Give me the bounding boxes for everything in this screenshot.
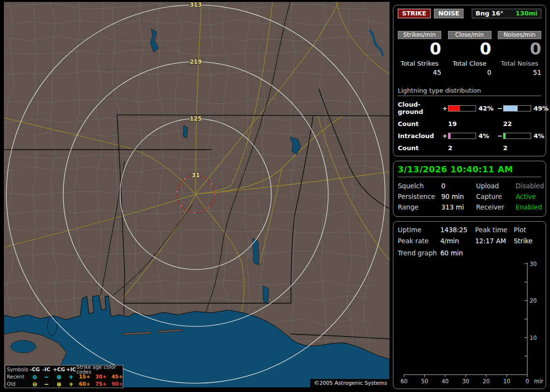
recent-pos-cg-symbol: ⊕: [52, 374, 66, 380]
map-legend: Symbols-CG-IC+CG+ICStrike age color code…: [5, 365, 123, 388]
old-pos-ic-symbol: +: [66, 381, 76, 387]
plot-value: Strike: [514, 237, 541, 245]
old-neg-cg-symbol: ⊖: [29, 381, 41, 387]
legend-symbols-header: Symbols: [7, 367, 29, 372]
strikes-per-min-chip: Strikes/min: [398, 31, 441, 39]
close-rate: 0: [448, 40, 492, 58]
lightning-type-distribution: Lightning type distribution Cloud-ground…: [398, 87, 541, 152]
noises-counter: Noises/min 0 Total Noises 51: [498, 31, 541, 76]
upload-value: Disabled: [516, 182, 544, 190]
y-tick-label: 30: [530, 261, 537, 267]
old-neg-ic-symbol: −: [41, 381, 52, 387]
peak-time-label: Peak time: [475, 226, 514, 234]
trend-graph-label: Trend graph: [398, 249, 440, 257]
cg-negative-count: 22: [503, 120, 531, 127]
recent-pos-ic-symbol: +: [66, 374, 76, 380]
capture-label: Capture: [476, 193, 516, 200]
stats-grid: Uptime 1438:25 Peak time Plot Peak rate …: [398, 226, 541, 245]
peak-time-value: 12:17 AM: [475, 237, 514, 245]
x-axis-unit: min: [534, 378, 543, 385]
range-label: Range: [398, 203, 441, 211]
squelch-value: 0: [441, 182, 476, 190]
x-tick-label: 10: [503, 378, 510, 385]
capture-value: Active: [516, 193, 544, 200]
recent-neg-ic-symbol: −: [41, 374, 52, 380]
strike-counters-panel: STRIKE NOISE Bng 16° 130mi Strikes/min 0…: [393, 5, 546, 156]
age-code-75plus: 75+: [93, 381, 109, 387]
age-code-15plus: 15+: [76, 374, 93, 379]
receiver-status-panel: 3/13/2026 10:40:11 AM Squelch 0 Upload D…: [393, 161, 546, 217]
total-strikes-label: Total Strikes: [398, 60, 441, 67]
legend-row-label: Recent: [7, 374, 29, 379]
ic-negative-count: 2: [503, 144, 531, 152]
old-pos-cg-symbol: ⊕: [52, 381, 66, 387]
ring-label-125: 125: [189, 115, 202, 122]
ic-positive-count: 2: [448, 144, 476, 152]
noise-mode-button[interactable]: NOISE: [434, 9, 463, 18]
trend-graph: 3020106050403020100min: [397, 260, 543, 387]
count-label: Count: [398, 144, 442, 152]
age-code-90plus: 90+: [109, 381, 125, 387]
ring-label-31: 31: [192, 172, 200, 179]
rate-counters: Strikes/min 0 Total Strikes 45 Close/min…: [398, 31, 541, 76]
x-tick-label: 50: [421, 378, 428, 385]
strike-mode-button[interactable]: STRIKE: [398, 9, 431, 18]
bearing-value: Bng 16°: [476, 10, 504, 17]
cg-negative-bar: [503, 105, 531, 112]
lightning-map[interactable]: 31321912531 Symbols-CG-IC+CG+ICStrike ag…: [4, 2, 390, 388]
minus-sign: −: [497, 132, 503, 140]
close-per-min-chip: Close/min: [448, 31, 492, 39]
range-value: 130mi: [516, 10, 537, 17]
status-grid: Squelch 0 Upload Disabled Persistence 90…: [398, 182, 541, 211]
plus-sign: +: [442, 105, 448, 112]
mode-toolbar: STRIKE NOISE Bng 16° 130mi: [398, 9, 541, 18]
cg-positive-pct: 42%: [476, 105, 497, 112]
x-tick-label: 60: [401, 378, 408, 385]
range-setting-value: 313 mi: [441, 203, 476, 211]
total-strikes-value: 45: [398, 69, 441, 76]
cg-positive-count: 19: [448, 120, 476, 127]
cloud-ground-counts: Count 19 22: [398, 120, 541, 127]
legend-pos-cg-header: +CG: [52, 367, 66, 372]
receiver-label: Receiver: [476, 203, 516, 211]
ic-negative-bar: [503, 133, 531, 139]
copyright-label: ©2005 Astrogenic Systems: [310, 379, 390, 388]
map-canvas: 31321912531: [4, 2, 390, 388]
age-code-45plus: 45+: [109, 374, 125, 379]
legend-neg-cg-header: -CG: [29, 367, 41, 372]
count-label: Count: [398, 120, 442, 127]
x-tick-label: 0: [525, 378, 529, 385]
legend-row-label: Old: [7, 381, 29, 387]
trend-graph-value: 60 min: [440, 249, 541, 257]
intracloud-label: Intracloud: [398, 132, 442, 140]
close-counter: Close/min 0 Total Close 0: [448, 31, 492, 76]
cg-negative-pct: 49%: [531, 105, 549, 112]
y-tick-label: 10: [530, 335, 537, 341]
side-panel: STRIKE NOISE Bng 16° 130mi Strikes/min 0…: [393, 0, 547, 392]
nexstorm-window: { "toolbar": { "strike_label": "STRIKE",…: [0, 0, 550, 392]
uptime-label: Uptime: [398, 226, 440, 234]
cg-positive-bar: [448, 105, 476, 112]
receiver-value: Enabled: [516, 203, 544, 211]
legend-age-codes-header: Strike age color codes: [76, 364, 125, 375]
minus-sign: −: [497, 105, 503, 112]
intracloud-row: Intracloud + 4% − 4%: [398, 132, 541, 140]
uptime-value: 1438:25: [440, 226, 475, 234]
upload-label: Upload: [476, 182, 516, 190]
plus-sign: +: [442, 132, 448, 140]
y-tick-label: 20: [530, 297, 537, 304]
datetime-display: 3/13/2026 10:40:11 AM: [398, 165, 541, 177]
total-close-value: 0: [448, 69, 492, 76]
distribution-title: Lightning type distribution: [398, 87, 541, 96]
trend-graph-setting: Trend graph 60 min: [398, 249, 541, 257]
noises-per-min-chip: Noises/min: [498, 31, 541, 39]
ring-label-313: 313: [189, 2, 202, 8]
persistence-label: Persistence: [398, 193, 441, 200]
ic-negative-pct: 4%: [531, 132, 549, 140]
x-tick-label: 40: [442, 378, 449, 385]
bearing-range-readout: Bng 16° 130mi: [472, 9, 541, 18]
legend-neg-ic-header: -IC: [41, 367, 52, 372]
cloud-ground-label: Cloud-ground: [398, 101, 442, 115]
age-code-30plus: 30+: [93, 374, 109, 379]
total-noises-value: 51: [498, 69, 541, 76]
